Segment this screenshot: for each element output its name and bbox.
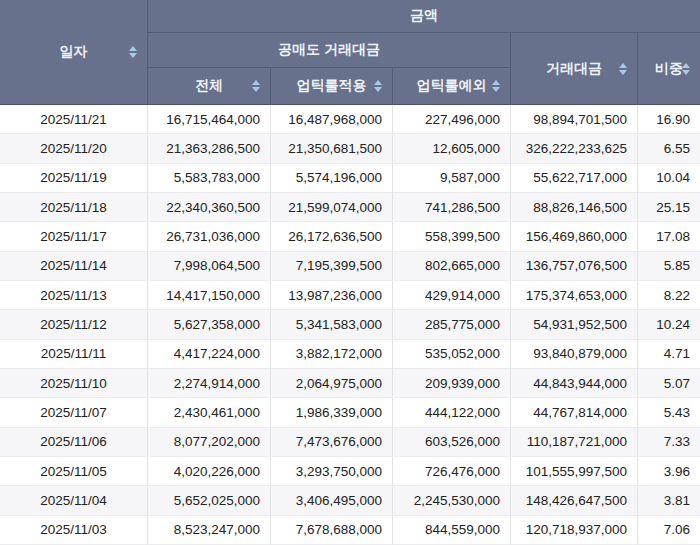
cell-weight: 7.06 [638, 516, 700, 545]
cell-weight: 16.90 [638, 105, 700, 134]
cell-date: 2025/11/18 [0, 193, 148, 222]
cell-total: 4,020,226,000 [148, 457, 271, 486]
cell-weight: 4.71 [638, 340, 700, 369]
grid-header: 일자 금액 공매도 거래대금 거래대금 비중 [0, 0, 700, 105]
cell-weight: 5.85 [638, 252, 700, 281]
cell-uptick-exception: 444,122,000 [393, 398, 511, 427]
short-selling-value-table: 일자 금액 공매도 거래대금 거래대금 비중 [0, 0, 700, 545]
col-header-trading-value-label: 거래대금 [546, 60, 602, 76]
cell-date: 2025/11/20 [0, 134, 148, 163]
cell-trading-value: 110,187,721,000 [511, 428, 638, 457]
col-header-uptick-exception[interactable]: 업틱룰예외 [393, 68, 511, 105]
col-header-total[interactable]: 전체 [148, 68, 271, 105]
cell-uptick-applied: 3,406,495,000 [271, 486, 393, 515]
col-header-uptick-applied-label: 업틱룰적용 [297, 77, 367, 93]
table-row: 2025/11/054,020,226,0003,293,750,000726,… [0, 457, 700, 486]
cell-date: 2025/11/05 [0, 457, 148, 486]
cell-trading-value: 136,757,076,500 [511, 252, 638, 281]
cell-total: 8,523,247,000 [148, 516, 271, 545]
cell-uptick-exception: 535,052,000 [393, 340, 511, 369]
col-group-short-selling-value: 공매도 거래대금 [148, 33, 511, 68]
cell-uptick-exception: 209,939,000 [393, 369, 511, 398]
col-header-date-label: 일자 [60, 43, 88, 59]
cell-total: 5,583,783,000 [148, 164, 271, 193]
col-group-amount-label: 금액 [410, 7, 438, 23]
cell-uptick-applied: 7,678,688,000 [271, 516, 393, 545]
table-row: 2025/11/068,077,202,0007,473,676,000603,… [0, 428, 700, 457]
cell-uptick-applied: 16,487,968,000 [271, 105, 393, 134]
cell-uptick-applied: 7,195,399,500 [271, 252, 393, 281]
table-row: 2025/11/1314,417,150,00013,987,236,00042… [0, 281, 700, 310]
cell-weight: 10.24 [638, 310, 700, 339]
cell-uptick-applied: 1,986,339,000 [271, 398, 393, 427]
cell-total: 21,363,286,500 [148, 134, 271, 163]
col-header-uptick-exception-label: 업틱룰예외 [417, 77, 487, 93]
cell-uptick-applied: 3,293,750,000 [271, 457, 393, 486]
cell-date: 2025/11/04 [0, 486, 148, 515]
cell-date: 2025/11/12 [0, 310, 148, 339]
cell-trading-value: 101,555,997,500 [511, 457, 638, 486]
cell-uptick-exception: 802,665,000 [393, 252, 511, 281]
col-group-short-selling-value-label: 공매도 거래대금 [278, 41, 380, 57]
cell-uptick-exception: 844,559,000 [393, 516, 511, 545]
cell-uptick-exception: 12,605,000 [393, 134, 511, 163]
cell-total: 22,340,360,500 [148, 193, 271, 222]
cell-weight: 10.04 [638, 164, 700, 193]
cell-date: 2025/11/17 [0, 222, 148, 251]
cell-weight: 25.15 [638, 193, 700, 222]
cell-total: 8,077,202,000 [148, 428, 271, 457]
cell-trading-value: 156,469,860,000 [511, 222, 638, 251]
cell-trading-value: 175,374,653,000 [511, 281, 638, 310]
table-row: 2025/11/125,627,358,0005,341,583,000285,… [0, 310, 700, 339]
cell-weight: 3.81 [638, 486, 700, 515]
col-header-date[interactable]: 일자 [0, 0, 148, 105]
sort-arrows-icon [619, 63, 627, 75]
table-row: 2025/11/2116,715,464,00016,487,968,00022… [0, 105, 700, 134]
cell-date: 2025/11/14 [0, 252, 148, 281]
cell-date: 2025/11/13 [0, 281, 148, 310]
cell-weight: 5.07 [638, 369, 700, 398]
cell-uptick-exception: 285,775,000 [393, 310, 511, 339]
cell-total: 14,417,150,000 [148, 281, 271, 310]
grid-body: 2025/11/2116,715,464,00016,487,968,00022… [0, 105, 700, 545]
cell-trading-value: 93,840,879,000 [511, 340, 638, 369]
cell-uptick-applied: 7,473,676,000 [271, 428, 393, 457]
cell-uptick-applied: 21,350,681,500 [271, 134, 393, 163]
cell-date: 2025/11/07 [0, 398, 148, 427]
cell-uptick-exception: 2,245,530,000 [393, 486, 511, 515]
cell-total: 7,998,064,500 [148, 252, 271, 281]
table-row: 2025/11/195,583,783,0005,574,196,0009,58… [0, 164, 700, 193]
cell-trading-value: 44,767,814,000 [511, 398, 638, 427]
cell-weight: 6.55 [638, 134, 700, 163]
table-row: 2025/11/1726,731,036,00026,172,636,50055… [0, 222, 700, 251]
cell-total: 2,430,461,000 [148, 398, 271, 427]
cell-trading-value: 55,622,717,000 [511, 164, 638, 193]
cell-uptick-exception: 429,914,000 [393, 281, 511, 310]
cell-uptick-exception: 741,286,500 [393, 193, 511, 222]
cell-uptick-applied: 13,987,236,000 [271, 281, 393, 310]
data-grid: 일자 금액 공매도 거래대금 거래대금 비중 [0, 0, 700, 545]
table-row: 2025/11/1822,340,360,50021,599,074,00074… [0, 193, 700, 222]
sort-arrows-icon [252, 80, 260, 92]
col-header-trading-value[interactable]: 거래대금 [511, 33, 638, 105]
cell-uptick-applied: 5,574,196,000 [271, 164, 393, 193]
cell-uptick-exception: 9,587,000 [393, 164, 511, 193]
cell-uptick-exception: 726,476,000 [393, 457, 511, 486]
cell-total: 2,274,914,000 [148, 369, 271, 398]
col-header-weight[interactable]: 비중 [638, 33, 700, 105]
cell-weight: 3.96 [638, 457, 700, 486]
cell-weight: 5.43 [638, 398, 700, 427]
col-header-uptick-applied[interactable]: 업틱룰적용 [271, 68, 393, 105]
cell-weight: 7.33 [638, 428, 700, 457]
cell-uptick-applied: 26,172,636,500 [271, 222, 393, 251]
cell-date: 2025/11/19 [0, 164, 148, 193]
cell-trading-value: 98,894,701,500 [511, 105, 638, 134]
table-row: 2025/11/102,274,914,0002,064,975,000209,… [0, 369, 700, 398]
cell-trading-value: 44,843,944,000 [511, 369, 638, 398]
cell-date: 2025/11/21 [0, 105, 148, 134]
cell-trading-value: 148,426,647,500 [511, 486, 638, 515]
cell-uptick-applied: 3,882,172,000 [271, 340, 393, 369]
table-row: 2025/11/2021,363,286,50021,350,681,50012… [0, 134, 700, 163]
col-header-total-label: 전체 [195, 77, 223, 93]
cell-uptick-exception: 558,399,500 [393, 222, 511, 251]
